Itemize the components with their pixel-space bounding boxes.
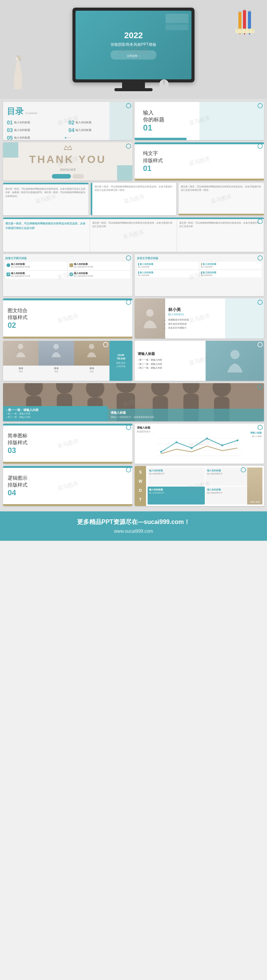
seg-item-2: 输入你的标题 输入你的说明文字内容 — [68, 262, 130, 270]
svg-point-22 — [163, 80, 165, 84]
swot-deco-text: 请输入标题 — [249, 501, 261, 503]
chart-subtitle: 数据图表展示 — [137, 430, 262, 433]
svg-point-63 — [160, 451, 162, 453]
monitor: 2022 弥散阴影商务风格PPT模板 立即使用 → — [72, 8, 195, 82]
svg-point-34 — [146, 309, 154, 317]
swot-deco: 请输入标题 — [247, 467, 262, 505]
group-title: • 第一一项：请输入内容 — [6, 408, 105, 412]
toc-title-cn: 目录 — [7, 106, 24, 117]
corner-badge-tr5 — [257, 218, 263, 226]
group-sub-text: 请输入一段说明文字，说明该项目相关信息 — [111, 416, 261, 419]
slide-text-mid: 请注意一段话，可以持续地对网络的前沿分析和总分析及总结，从各方面进行综合汇总及分… — [91, 183, 176, 215]
svg-point-33 — [126, 300, 131, 305]
svg-point-66 — [206, 438, 208, 440]
svg-point-29 — [258, 219, 262, 224]
request-content-1: 请输入标题 • 第一一项：请输入内容 • 第二一项：请输入内容 • 第三一项：请… — [135, 341, 264, 381]
svg-rect-13 — [248, 10, 251, 11]
slide-img-text-label: 图文结合 排版样式 02 菜鸟图库 — [3, 298, 132, 338]
watermark-tr: 菜鸟图库 — [210, 193, 233, 205]
svg-point-27 — [126, 144, 131, 148]
svg-point-38 — [89, 344, 94, 349]
text-label-2: 输入你的标题 输入你的说明 — [200, 262, 262, 269]
seg-item-3: 输入你的标题 输入你的说明文字内容 — [5, 271, 67, 279]
group-overlay2: 请输入标题 请输入一段说明文字，说明该项目相关信息 — [108, 409, 264, 421]
multitext-col3: 请注意一段话，可以持续地对网络的前沿分析和总分析及总结，从各方面进行综合汇总及分… — [177, 218, 264, 252]
profile-info: 林小美 输入你的职位 精通数据分析和挖掘 擅长项目管理协调 具备良好沟通能力 — [165, 298, 264, 338]
corner-badge-tl2 — [257, 255, 263, 263]
svg-point-58 — [126, 425, 131, 430]
text-label-4: 输入你的标题 输入你的说明 — [200, 270, 262, 277]
slide-row-8: • 第一一项：请输入内容 • 第二一项：请输入内容• 第三一项：请输入内容 请输… — [3, 383, 264, 421]
team-member-2: 姓名 职位 — [39, 341, 74, 381]
svg-point-31 — [71, 274, 72, 275]
svg-point-69 — [258, 425, 262, 430]
corner-badge-profile — [257, 299, 263, 307]
thank-you-subtext: 感谢您的观看 — [29, 168, 106, 172]
slide-chart: 请输入标题 数据图表展示 — [135, 424, 264, 464]
monitor-year: 2022 — [111, 31, 156, 40]
svg-point-67 — [221, 445, 223, 446]
corner-badge-swot — [240, 467, 246, 474]
thank-btn[interactable] — [52, 174, 71, 179]
svg-point-23 — [126, 103, 131, 108]
slide-input-title: 输入 你的标题 01 菜鸟图库 — [135, 102, 264, 140]
thank-btn2[interactable] — [72, 174, 84, 179]
text-label-3: 输入你的标题 输入你的说明 — [137, 270, 199, 277]
corner-badge-req — [257, 342, 263, 349]
slide-input-title-text: 输入 你的标题 — [143, 109, 256, 123]
team-members: 姓名 职位 姓名 职位 — [3, 341, 109, 381]
svg-marker-25 — [64, 146, 72, 150]
corner-badge-img — [125, 299, 132, 307]
monitor-stand — [122, 82, 145, 88]
slide-row-6: 图文结合 排版样式 02 菜鸟图库 — [3, 298, 264, 338]
svg-point-64 — [175, 442, 177, 443]
pure-text-title: 纯文字 排版样式 — [143, 150, 256, 164]
request-bullets-1: • 第一一项：请输入内容 • 第二一项：请输入内容 • 第三一项：请输入内容 — [138, 358, 261, 370]
icon-layout-title: 简单图标 排版样式 — [8, 432, 128, 446]
slides-grid: 目录 Contents 01 输入你的标题 02 输入你的标题 03 输入你的标… — [0, 99, 267, 511]
chart-title: 请输入标题 — [137, 426, 262, 430]
slide-group-photo: • 第一一项：请输入内容 • 第二一项：请输入内容• 第三一项：请输入内容 请输… — [3, 383, 264, 421]
monitor-cta: 立即使用 → — [127, 55, 141, 57]
svg-point-65 — [191, 447, 193, 449]
slide-4seg: 段落文字图示排版 输入你的标题 输入你的说明文字内容 输入你的标题 输入你 — [3, 254, 132, 296]
swot-letters: S W O T — [135, 466, 146, 506]
group-text: • 第二一项：请输入内容• 第三一项：请输入内容 — [6, 412, 105, 419]
img-text-title: 图文结合 排版样式 — [8, 307, 128, 321]
slide-text-labels: 多段文字图示排版 输入你的标题 输入你的说明 输入你的标题 输入你的说明 输入你… — [135, 254, 264, 296]
multitext-col1: 请注意一段话，可以持续地对网络的前沿分析和总分析及总结，从各方面进行综合汇总及分… — [3, 218, 90, 252]
slide-team: 姓名 职位 姓名 职位 — [3, 341, 132, 381]
slide-row-5: 段落文字图示排版 输入你的标题 输入你的说明文字内容 输入你的标题 输入你 — [3, 254, 264, 296]
slide-text-left: 请注意一段话，可以持续地对网络的前沿分析和总结，从各方面进行综合汇总及分析，如果… — [3, 183, 88, 215]
text-mid-content: 请注意一段话，可以持续地对网络的前沿分析和总分析及总结，从各方面进行综合汇总及分… — [95, 185, 174, 192]
slide-pure-text: 纯文字 排版样式 01 菜鸟图库 — [135, 142, 264, 181]
monitor-title: 弥散阴影商务风格PPT模板 — [111, 42, 156, 47]
svg-rect-5 — [238, 11, 241, 31]
bottom-banner-url: www.sucai999.com — [8, 529, 259, 534]
corner-badge-logic — [125, 467, 132, 474]
team-member-1: 姓名 职位 — [3, 341, 39, 381]
slide-row-10: 逻辑图示 排版样式 04 菜鸟图库 S W O T — [3, 466, 264, 506]
corner-badge-chart — [257, 424, 263, 432]
logic-num: 04 — [8, 488, 128, 497]
toc-item-5: 05 输入你的标题 — [7, 135, 67, 140]
corner-badge-seg — [125, 255, 132, 263]
slide-logic-label: 逻辑图示 排版样式 04 菜鸟图库 — [3, 466, 132, 506]
seg-item-1: 输入你的标题 输入你的说明文字内容 — [5, 262, 67, 270]
watermark-tm: 菜鸟图库 — [123, 193, 146, 205]
svg-rect-7 — [238, 11, 241, 12]
slide-row-4: 请注意一段话，可以持续地对网络的前沿分析和总分析及总结，从各方面进行综合汇总及分… — [3, 218, 264, 252]
request-title-1: 请输入标题 — [138, 351, 261, 356]
top-preview-section: 2022 弥散阴影商务风格PPT模板 立即使用 → — [0, 0, 267, 99]
svg-rect-11 — [248, 11, 251, 31]
slide-row-3: 请注意一段话，可以持续地对网络的前沿分析和总结，从各方面进行综合汇总及分析，如果… — [3, 183, 264, 215]
toc-item-1: 01 输入你的标题 — [7, 119, 67, 126]
vase-decoration — [11, 55, 25, 91]
slide-thank-you: THANK YOU 感谢您的观看 菜鸟图库 — [3, 142, 132, 181]
slide-row-7: 姓名 职位 姓名 职位 — [3, 341, 264, 381]
corner-badge-tr3 — [125, 143, 132, 151]
svg-point-30 — [126, 256, 131, 260]
svg-rect-14 — [235, 29, 254, 33]
corner-badge-icon — [125, 424, 132, 432]
toc-title-en: Contents — [25, 111, 37, 115]
